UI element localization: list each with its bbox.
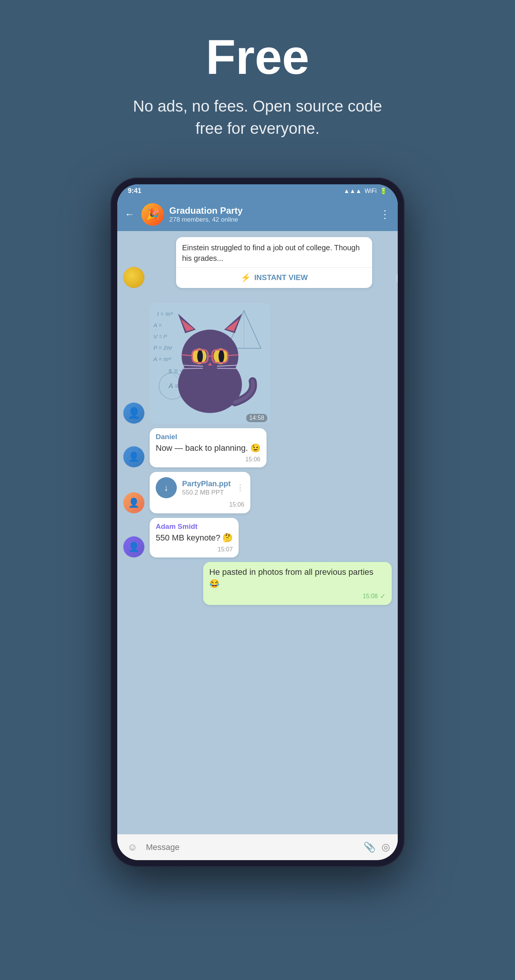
share-button[interactable]: ↗ (396, 268, 398, 288)
adam-time: 15:07 (218, 546, 233, 553)
bolt-icon: ⚡ (241, 273, 251, 283)
svg-point-13 (218, 350, 224, 363)
iv-button-label: INSTANT VIEW (255, 273, 308, 282)
group-status: 278 members, 42 online (169, 216, 375, 224)
chat-header: ← 🎉 Graduation Party 278 members, 42 onl… (117, 198, 398, 231)
status-icons: ▲▲▲ WiFi 🔋 (344, 187, 387, 194)
header-info: Graduation Party 278 members, 42 online (169, 205, 375, 224)
group-name: Graduation Party (169, 205, 375, 216)
chat-body: Einstein struggled to find a job out of … (117, 231, 398, 834)
file-inner: ↓ PartyPlan.ppt 550.2 MB PPT ⋮ (156, 477, 244, 498)
file-name: PartyPlan.ppt (182, 479, 231, 488)
file-bubble: ↓ PartyPlan.ppt 550.2 MB PPT ⋮ 15:06 (150, 472, 250, 513)
phone-mockup: 9:41 ▲▲▲ WiFi 🔋 ← 🎉 Graduation Party 278… (110, 178, 405, 867)
daniel-time: 15:06 (246, 456, 260, 463)
own-bubble: He pasted in photos from all previous pa… (203, 562, 392, 605)
sticker-image: t = πr² A = V = l³ P = 2πr A = πr² s = √… (150, 303, 270, 424)
input-bar: ☺ 📎 ◎ (117, 834, 398, 860)
file-menu-button[interactable]: ⋮ (236, 483, 244, 493)
own-time: 15:08 (363, 593, 378, 600)
own-text: He pasted in photos from all previous pa… (209, 566, 386, 590)
hero-title: Free (126, 30, 389, 84)
svg-line-18 (228, 355, 238, 355)
daniel-meta: 15:06 (156, 456, 260, 463)
file-message-row: 👤 ↓ PartyPlan.ppt 550.2 MB PPT ⋮ 15:06 (123, 472, 392, 513)
signal-icon: ▲▲▲ (344, 188, 362, 194)
adam-meta: 15:07 (156, 546, 233, 553)
sticker-message: 👤 t = πr² A = V = l³ P = 2πr A = πr² s =… (150, 303, 270, 424)
read-checkmark: ✓ (380, 592, 386, 600)
daniel-avatar: 👤 (123, 446, 144, 468)
group-avatar: 🎉 (141, 203, 164, 226)
own-meta: 15:08 ✓ (209, 592, 386, 600)
sticker-sender-avatar: 👤 (123, 402, 144, 424)
iv-bubble: Einstein struggled to find a job out of … (176, 237, 372, 288)
daniel-sender: Daniel (156, 433, 260, 441)
message-input[interactable] (146, 842, 357, 852)
svg-point-12 (197, 350, 203, 363)
file-sender-avatar: 👤 (123, 492, 144, 513)
hero-subtitle: No ads, no fees. Open source code free f… (126, 95, 389, 140)
hero-section: Free No ads, no fees. Open source code f… (110, 0, 405, 162)
adam-avatar: 👤 (123, 536, 144, 557)
emoji-button[interactable]: ☺ (125, 840, 140, 855)
status-bar: 9:41 ▲▲▲ WiFi 🔋 (117, 184, 398, 198)
daniel-message-row: 👤 Daniel Now — back to planning. 😉 15:06 (123, 428, 392, 468)
svg-line-17 (182, 355, 192, 355)
file-info: PartyPlan.ppt 550.2 MB PPT (182, 479, 231, 496)
daniel-text: Now — back to planning. 😉 (156, 442, 260, 454)
file-time: 15:06 (156, 501, 244, 508)
header-menu-button[interactable]: ⋮ (379, 208, 390, 221)
adam-bubble: Adam Smidt 550 MB keynote? 🤔 15:07 (150, 518, 239, 557)
own-message-row: He pasted in photos from all previous pa… (123, 562, 392, 605)
adam-sender: Adam Smidt (156, 522, 233, 531)
instant-view-button[interactable]: ⚡ INSTANT VIEW (176, 267, 372, 288)
sticker-time: 14:58 (246, 414, 267, 422)
adam-message-row: 👤 Adam Smidt 550 MB keynote? 🤔 15:07 (123, 518, 392, 557)
svg-line-21 (182, 368, 203, 369)
svg-line-23 (217, 368, 238, 369)
iv-sender-avatar (123, 267, 144, 288)
iv-avatar-img (123, 267, 144, 288)
phone-outer: 9:41 ▲▲▲ WiFi 🔋 ← 🎉 Graduation Party 278… (110, 178, 405, 867)
phone-inner: 9:41 ▲▲▲ WiFi 🔋 ← 🎉 Graduation Party 278… (117, 184, 398, 860)
iv-text: Einstein struggled to find a job out of … (176, 237, 372, 267)
wifi-icon: WiFi (365, 188, 376, 194)
battery-icon: 🔋 (379, 187, 387, 194)
status-time: 9:41 (128, 187, 141, 195)
back-button[interactable]: ← (125, 208, 135, 220)
instant-view-message: Einstein struggled to find a job out of … (150, 237, 392, 288)
camera-button[interactable]: ◎ (381, 841, 390, 853)
file-size: 550.2 MB PPT (182, 489, 231, 496)
attach-button[interactable]: 📎 (364, 841, 376, 853)
file-download-button[interactable]: ↓ (156, 477, 177, 498)
adam-text: 550 MB keynote? 🤔 (156, 532, 233, 544)
daniel-bubble: Daniel Now — back to planning. 😉 15:06 (150, 428, 266, 468)
